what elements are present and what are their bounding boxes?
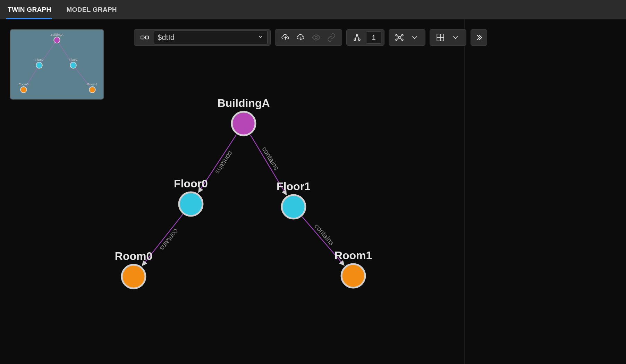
- svg-line-18: [357, 36, 359, 39]
- minimap-node-label: BuildingA: [50, 33, 63, 36]
- layout-button[interactable]: [392, 29, 407, 45]
- svg-point-14: [356, 34, 358, 36]
- toggle-property-display-icon[interactable]: [137, 29, 152, 45]
- display-property-group: $dtId: [134, 29, 271, 46]
- node-label: Floor1: [277, 180, 311, 193]
- svg-point-22: [396, 39, 397, 40]
- minimap-node: [20, 87, 27, 93]
- svg-line-27: [400, 38, 401, 39]
- svg-rect-11: [145, 36, 149, 39]
- expansion-mode-button[interactable]: [433, 29, 448, 45]
- node-room0[interactable]: Room0: [115, 250, 152, 288]
- svg-line-26: [397, 38, 399, 39]
- tab-model-graph[interactable]: MODEL GRAPH: [59, 0, 124, 19]
- svg-point-13: [315, 36, 318, 39]
- node-label: BuildingA: [217, 97, 270, 109]
- display-property-dropdown[interactable]: $dtId: [154, 31, 268, 44]
- io-group: [275, 29, 342, 46]
- svg-line-25: [400, 36, 401, 37]
- minimap-node-label: Room1: [87, 83, 98, 86]
- overflow-button[interactable]: [471, 29, 487, 46]
- expansion-mode-chevron[interactable]: [448, 29, 463, 45]
- svg-point-15: [354, 39, 356, 41]
- minimap-node: [36, 62, 42, 68]
- minimap[interactable]: BuildingAFloor0Floor1Room0Room1: [10, 29, 104, 100]
- show-relationships-button: [324, 29, 339, 45]
- show-all-button: [308, 29, 324, 45]
- svg-point-0: [232, 112, 255, 135]
- node-label: Floor0: [174, 177, 208, 190]
- svg-point-1: [179, 192, 203, 216]
- display-property-value: $dtId: [158, 33, 257, 42]
- node-room1[interactable]: Room1: [335, 249, 372, 288]
- minimap-node: [89, 87, 95, 93]
- tab-bar: TWIN GRAPH MODEL GRAPH: [0, 0, 626, 19]
- minimap-node-label: Floor0: [35, 58, 44, 61]
- expansion-mode-group: [430, 29, 466, 46]
- node-label: Room1: [335, 249, 372, 262]
- import-graph-button[interactable]: [293, 29, 308, 45]
- side-panel: [464, 19, 626, 364]
- toolbar: $dtId: [134, 29, 487, 46]
- minimap-node-label: Room0: [19, 83, 29, 86]
- svg-point-20: [396, 34, 397, 36]
- minimap-node: [54, 37, 60, 43]
- svg-rect-10: [141, 36, 144, 39]
- svg-point-2: [282, 195, 305, 219]
- svg-point-4: [341, 264, 365, 288]
- expand-tree-button[interactable]: [349, 29, 365, 45]
- minimap-node: [70, 62, 76, 68]
- edge-label: contains: [261, 145, 280, 171]
- svg-point-23: [402, 39, 403, 40]
- expansion-group: 1: [346, 29, 384, 46]
- minimap-node-label: Floor1: [69, 58, 78, 61]
- node-buildingA[interactable]: BuildingA: [217, 97, 270, 135]
- svg-point-3: [122, 265, 145, 288]
- main-area: containscontainscontainscontains Buildin…: [0, 19, 626, 364]
- svg-line-24: [397, 36, 399, 37]
- export-graph-button[interactable]: [278, 29, 293, 45]
- chevron-down-icon: [257, 34, 264, 41]
- expansion-level-input[interactable]: 1: [366, 31, 381, 44]
- svg-point-21: [402, 34, 403, 36]
- tab-twin-graph[interactable]: TWIN GRAPH: [0, 0, 59, 19]
- layout-chevron[interactable]: [407, 29, 422, 45]
- layout-group: [389, 29, 425, 46]
- node-floor0[interactable]: Floor0: [174, 177, 208, 216]
- node-floor1[interactable]: Floor1: [277, 180, 311, 219]
- svg-point-16: [358, 39, 360, 41]
- svg-line-17: [355, 36, 357, 39]
- node-label: Room0: [115, 250, 152, 262]
- edge-label: contains: [313, 222, 336, 247]
